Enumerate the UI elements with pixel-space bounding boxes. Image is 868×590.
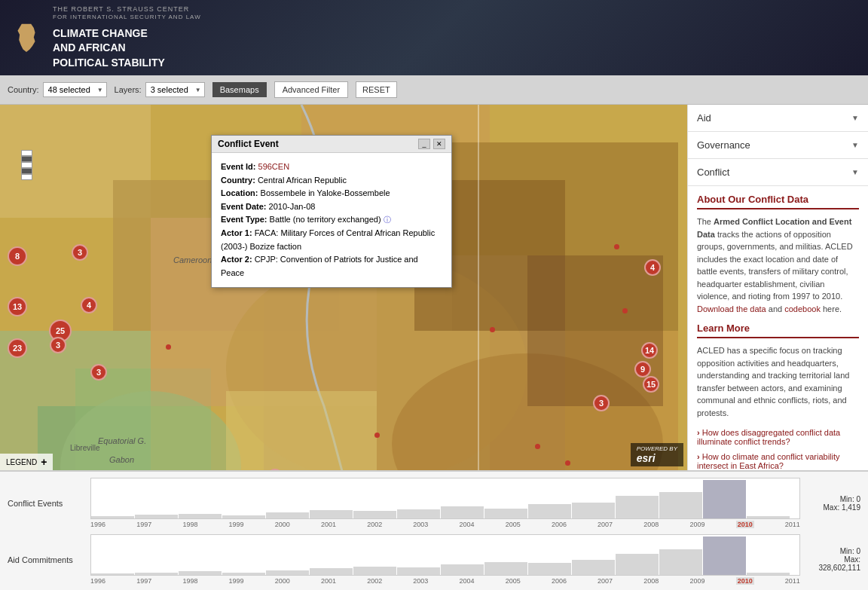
cluster-c9[interactable]: 9 bbox=[634, 361, 651, 378]
bar-10[interactable] bbox=[528, 563, 571, 575]
cluster-c10[interactable]: 14 bbox=[641, 342, 658, 359]
cluster-c1[interactable]: 8 bbox=[8, 246, 27, 266]
dot-7[interactable] bbox=[565, 460, 570, 466]
legend-plus-icon[interactable]: + bbox=[41, 456, 47, 468]
bar-0[interactable] bbox=[91, 516, 134, 518]
popup-minimize-button[interactable]: _ bbox=[418, 139, 430, 149]
bar-8[interactable] bbox=[441, 564, 484, 575]
dot-6[interactable] bbox=[535, 444, 540, 449]
bar-13[interactable] bbox=[659, 549, 702, 575]
bar-5[interactable] bbox=[310, 568, 353, 575]
popup-event-type: Event Type: Battle (no territory exchang… bbox=[221, 213, 442, 227]
layers-select[interactable]: 3 selected bbox=[145, 82, 205, 97]
cluster-c7[interactable]: 3 bbox=[90, 364, 107, 381]
climate-conflict-link[interactable]: How do climate and conflict variability … bbox=[697, 449, 859, 470]
bar-10[interactable] bbox=[528, 504, 571, 518]
bar-14[interactable] bbox=[703, 537, 746, 575]
cluster-c2[interactable]: 3 bbox=[72, 244, 88, 261]
dot-1[interactable] bbox=[166, 344, 171, 350]
svg-rect-16 bbox=[226, 391, 377, 470]
aid-chart-container[interactable]: 19961997199819992000 2001200220032004200… bbox=[90, 534, 800, 585]
bar-6[interactable] bbox=[353, 511, 396, 518]
africa-silhouette-icon bbox=[15, 23, 38, 53]
cluster-c5[interactable]: 13 bbox=[8, 297, 27, 316]
download-link[interactable]: Download the data bbox=[697, 304, 766, 313]
conflict-accordion-header[interactable]: Conflict ▼ bbox=[688, 159, 868, 185]
cluster-c6[interactable]: 3 bbox=[50, 337, 66, 353]
popup-close-button[interactable]: ✕ bbox=[433, 139, 445, 149]
bar-3[interactable] bbox=[222, 515, 265, 518]
bar-15[interactable] bbox=[747, 573, 790, 575]
dot-9[interactable] bbox=[622, 308, 628, 313]
map-area[interactable]: Cameroon Gabon Equatorial G. Libreville … bbox=[0, 105, 687, 470]
bar-11[interactable] bbox=[572, 503, 615, 518]
dot-8[interactable] bbox=[614, 244, 619, 249]
bar-8[interactable] bbox=[441, 506, 484, 518]
country-select[interactable]: 48 selected bbox=[43, 82, 107, 97]
conflict-chart-years: 19961997199819992000 2001200220032004200… bbox=[90, 521, 800, 528]
layers-select-wrapper[interactable]: 3 selected bbox=[145, 82, 205, 97]
bar-1[interactable] bbox=[135, 515, 178, 518]
date-label: Event Date: bbox=[221, 202, 267, 211]
conflict-chart-container[interactable]: 19961997199819992000 2001200220032004200… bbox=[90, 478, 800, 528]
aid-chart-bars[interactable] bbox=[90, 534, 800, 576]
bar-15[interactable] bbox=[747, 516, 790, 518]
about-conflict-section: About Our Conflict Data The Armed Confli… bbox=[688, 186, 868, 470]
bar-9[interactable] bbox=[484, 562, 527, 575]
conflict-event-popup: Conflict Event _ ✕ Event Id: 596CEN Coun… bbox=[211, 135, 452, 288]
governance-accordion-header[interactable]: Governance ▼ bbox=[688, 132, 868, 158]
popup-event-id: Event Id: 596CEN bbox=[221, 160, 442, 174]
bar-14[interactable] bbox=[703, 480, 746, 518]
advanced-filter-button[interactable]: Advanced Filter bbox=[274, 81, 348, 98]
conflict-chart-row: Conflict Events 19961997199819992000 200… bbox=[8, 478, 860, 528]
learn-more-text: ACLED has a specific focus on tracking o… bbox=[697, 344, 859, 419]
bar-11[interactable] bbox=[572, 560, 615, 575]
chart-area: Conflict Events 19961997199819992000 200… bbox=[0, 472, 868, 590]
bar-4[interactable] bbox=[266, 512, 309, 518]
bar-7[interactable] bbox=[397, 567, 440, 575]
conflict-chevron-icon: ▼ bbox=[851, 168, 859, 176]
cluster-c11[interactable]: 15 bbox=[643, 376, 659, 393]
bar-13[interactable] bbox=[659, 492, 702, 518]
event-id-label: Event Id: bbox=[221, 162, 255, 171]
learn-more-heading: Learn More bbox=[697, 323, 859, 338]
bar-1[interactable] bbox=[135, 573, 178, 575]
dot-5[interactable] bbox=[490, 327, 495, 332]
cluster-c15[interactable]: 23 bbox=[8, 338, 27, 358]
info-icon[interactable]: ⓘ bbox=[384, 216, 391, 224]
cluster-c3[interactable]: 4 bbox=[81, 297, 97, 313]
conflict-trends-link[interactable]: How does disaggregated conflict data ill… bbox=[697, 425, 859, 449]
bar-2[interactable] bbox=[179, 571, 222, 575]
about-conflict-heading: About Our Conflict Data bbox=[697, 194, 859, 209]
country-field-label: Country: bbox=[221, 176, 255, 185]
basemaps-button[interactable]: Basemaps bbox=[212, 82, 267, 97]
org-name: THE ROBERT S. STRAUSS CENTER FOR INTERNA… bbox=[53, 5, 201, 20]
bar-0[interactable] bbox=[91, 573, 134, 575]
layers-control: Layers: 3 selected bbox=[115, 82, 205, 97]
legend-bar[interactable]: LEGEND + bbox=[0, 454, 53, 470]
bar-6[interactable] bbox=[353, 567, 396, 575]
governance-label: Governance bbox=[697, 139, 750, 151]
bar-12[interactable] bbox=[616, 554, 659, 575]
popup-location: Location: Bossembele in Yaloke-Bossembel… bbox=[221, 187, 442, 200]
bar-7[interactable] bbox=[397, 509, 440, 518]
popup-controls: _ ✕ bbox=[418, 139, 445, 149]
bar-12[interactable] bbox=[616, 496, 659, 518]
bar-4[interactable] bbox=[266, 570, 309, 575]
bar-3[interactable] bbox=[222, 573, 265, 575]
logo-area: THE ROBERT S. STRAUSS CENTER FOR INTERNA… bbox=[15, 5, 201, 71]
esri-logo: POWERED BY esri bbox=[631, 443, 683, 466]
conflict-chart-bars[interactable] bbox=[90, 478, 800, 519]
bar-9[interactable] bbox=[484, 509, 527, 518]
reset-button[interactable]: RESET bbox=[356, 81, 397, 98]
codebook-link[interactable]: codebook bbox=[784, 304, 821, 313]
dot-10[interactable] bbox=[374, 433, 380, 438]
bar-2[interactable] bbox=[179, 514, 222, 518]
cluster-c8[interactable]: 4 bbox=[644, 259, 661, 276]
cluster-c12[interactable]: 3 bbox=[593, 395, 610, 411]
bar-5[interactable] bbox=[310, 510, 353, 518]
country-select-wrapper[interactable]: 48 selected bbox=[43, 82, 107, 97]
aid-accordion-header[interactable]: Aid ▼ bbox=[688, 105, 868, 131]
event-id-link[interactable]: 596CEN bbox=[258, 162, 290, 171]
location-label: Location: bbox=[221, 188, 258, 197]
